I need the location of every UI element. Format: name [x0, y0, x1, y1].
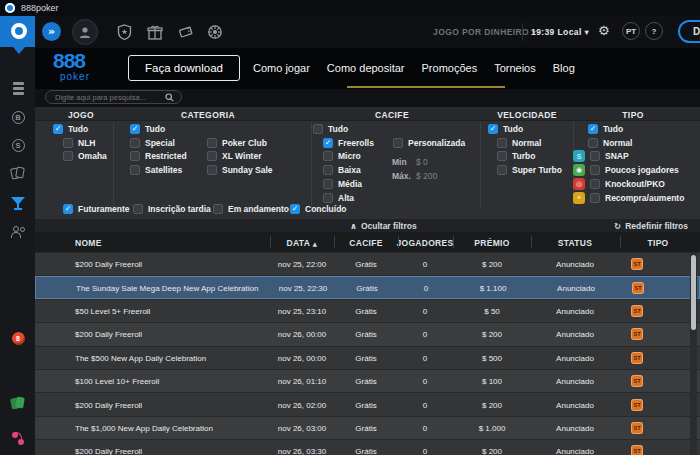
checkbox[interactable]	[323, 165, 333, 175]
nav-link-como-depositar[interactable]: Como depositar	[327, 62, 405, 74]
checkbox[interactable]	[313, 124, 323, 134]
filter-checkbox-turbo-velocidade[interactable]: Turbo	[497, 151, 535, 162]
checkbox[interactable]	[130, 151, 140, 161]
lobby-stack-icon[interactable]	[0, 78, 36, 96]
checkbox[interactable]: ✓	[130, 124, 140, 134]
hide-filters-link[interactable]: ∧ Ocultar filtros	[350, 221, 417, 231]
checkbox[interactable]	[133, 204, 143, 214]
filter-checkbox-poucos-jogadores-tipo[interactable]: ◉Poucos jogadores	[573, 165, 679, 176]
brand-888[interactable]: 888	[53, 49, 85, 73]
filter-checkbox-omaha-jogo[interactable]: Omaha	[63, 151, 107, 162]
checkbox[interactable]	[213, 204, 223, 214]
scrollbar-thumb[interactable]	[691, 255, 696, 330]
blackjack-icon[interactable]	[0, 394, 36, 412]
nav-link-torneios[interactable]: Torneios	[494, 62, 536, 74]
column-header-nome[interactable]: NOME	[75, 238, 102, 248]
filter-checkbox-tudo-velocidade[interactable]: ✓Tudo	[488, 124, 523, 135]
checkbox[interactable]	[590, 193, 600, 203]
checkbox[interactable]	[497, 138, 507, 148]
table-row[interactable]: $200 Daily Freerollnov 25, 22:00Grátis0$…	[35, 253, 700, 275]
download-button[interactable]: Faça download	[128, 55, 240, 81]
filter-checkbox-satellites-categoria[interactable]: Satellites	[130, 165, 182, 176]
checkbox[interactable]	[590, 179, 600, 189]
filter-checkbox-normal-velocidade[interactable]: Normal	[497, 137, 541, 148]
table-row[interactable]: The $1,000 New App Daily Celebrationnov …	[35, 417, 700, 439]
column-header-data[interactable]: DATA ▲	[287, 238, 318, 248]
filter-checkbox-xl-winter-categoria[interactable]: XL Winter	[207, 151, 261, 162]
table-row[interactable]: $50 Level 5+ Freerollnov 25, 23:10Grátis…	[35, 300, 700, 322]
checkbox[interactable]	[323, 151, 333, 161]
checkbox[interactable]	[207, 151, 217, 161]
checkbox[interactable]	[130, 138, 140, 148]
filter-checkbox-super-turbo-velocidade[interactable]: Super Turbo	[497, 165, 562, 176]
reset-filters-link[interactable]: ↻ Redefinir filtros	[614, 221, 688, 231]
nav-link-promocoes[interactable]: Promoções	[422, 62, 478, 74]
column-header-cacife[interactable]: CACIFE	[349, 238, 382, 248]
tournaments-icon[interactable]	[0, 194, 36, 212]
checkbox[interactable]	[497, 165, 507, 175]
filter-checkbox-m-dia-cacife[interactable]: Média	[323, 178, 362, 189]
filter-checkbox-restricted-categoria[interactable]: Restricted	[130, 151, 187, 162]
checkbox[interactable]	[497, 151, 507, 161]
expand-sidebar-button[interactable]: »	[42, 22, 61, 41]
filter-checkbox-recompra-aumento-tipo[interactable]: +Recompra/aumento	[573, 192, 684, 203]
brand-poker[interactable]: poker	[60, 71, 90, 82]
checkbox[interactable]: ✓	[53, 124, 63, 134]
players-icon[interactable]	[0, 223, 36, 241]
checkbox[interactable]: ✓	[323, 138, 333, 148]
chip-icon[interactable]: B	[0, 108, 36, 126]
filter-checkbox-tudo-categoria[interactable]: ✓Tudo	[130, 124, 165, 135]
table-row[interactable]: The $500 New App Daily Celebrationnov 26…	[35, 347, 700, 369]
checkbox[interactable]: ✓	[488, 124, 498, 134]
filter-checkbox-em-andamento[interactable]: Em andamento	[213, 203, 289, 214]
checkbox[interactable]: ✓	[588, 124, 598, 134]
table-row[interactable]: The Sunday Sale Mega Deep New App Celebr…	[35, 276, 700, 298]
filter-checkbox-knockout-pko-tipo[interactable]: ◎Knockout/PKO	[573, 178, 665, 189]
cash-games-icon[interactable]	[0, 164, 36, 182]
settings-gear-icon[interactable]: ⚙	[598, 23, 610, 38]
filter-checkbox-special-categoria[interactable]: Special	[130, 137, 175, 148]
checkbox[interactable]	[323, 193, 333, 203]
nav-link-blog[interactable]: Blog	[553, 62, 575, 74]
min-value[interactable]: $ 0	[416, 157, 428, 167]
filter-checkbox-normal-tipo[interactable]: Normal	[588, 137, 632, 148]
checkbox[interactable]: ✓	[63, 204, 73, 214]
column-header-status[interactable]: STATUS	[558, 238, 593, 248]
checkbox[interactable]: ✓	[290, 204, 300, 214]
max-value[interactable]: $ 200	[416, 171, 437, 181]
tickets-button[interactable]	[176, 23, 194, 41]
deposit-button[interactable]: D	[678, 20, 700, 43]
search-input[interactable]	[46, 93, 165, 102]
help-button[interactable]: ?	[645, 22, 663, 40]
filter-checkbox-poker-club-categoria[interactable]: Poker Club	[207, 137, 267, 148]
checkbox[interactable]	[590, 165, 600, 175]
table-row[interactable]: $200 Daily Freerollnov 26, 00:00Grátis0$…	[35, 323, 700, 345]
table-row[interactable]: $200 Daily Freerollnov 26, 02:00Grátis0$…	[35, 393, 700, 415]
casino-wheel-button[interactable]	[206, 23, 224, 41]
column-header-tipo[interactable]: TIPO	[647, 238, 668, 248]
filter-checkbox-snap-tipo[interactable]: SSNAP	[573, 151, 629, 162]
filter-checkbox-tudo-jogo[interactable]: ✓Tudo	[53, 124, 88, 135]
checkbox[interactable]	[393, 138, 403, 148]
casino-icon[interactable]: 8	[0, 329, 36, 347]
rewards-shield-button[interactable]	[115, 23, 133, 41]
table-row[interactable]: $100 Level 10+ Freerollnov 26, 01:10Grát…	[35, 370, 700, 392]
checkbox[interactable]	[207, 138, 217, 148]
filter-checkbox-freerolls-cacife[interactable]: ✓Freerolls	[323, 137, 374, 148]
checkbox[interactable]	[590, 151, 600, 161]
column-header-pr-mio[interactable]: PRÉMIO	[474, 238, 509, 248]
table-row[interactable]: $200 Daily Freerollnov 26, 03:30Grátis0$…	[35, 440, 700, 455]
checkbox[interactable]	[323, 179, 333, 189]
filter-checkbox-personalizada-cacife[interactable]: Personalizada	[393, 137, 465, 148]
clock-dropdown[interactable]: 19:39 Local ▾	[531, 27, 589, 37]
money-mode-dropdown[interactable]: JOGO POR DINHEIRO ▾	[433, 27, 537, 37]
filter-checkbox-baixa-cacife[interactable]: Baixa	[323, 165, 361, 176]
filter-checkbox-sunday-sale-categoria[interactable]: Sunday Sale	[207, 165, 273, 176]
checkbox[interactable]	[130, 165, 140, 175]
language-button[interactable]: PT	[622, 22, 640, 40]
search-box[interactable]	[45, 90, 182, 104]
avatar[interactable]	[72, 19, 98, 45]
checkbox[interactable]	[207, 165, 217, 175]
filter-checkbox-tudo-tipo[interactable]: ✓Tudo	[588, 124, 623, 135]
checkbox[interactable]	[588, 138, 598, 148]
